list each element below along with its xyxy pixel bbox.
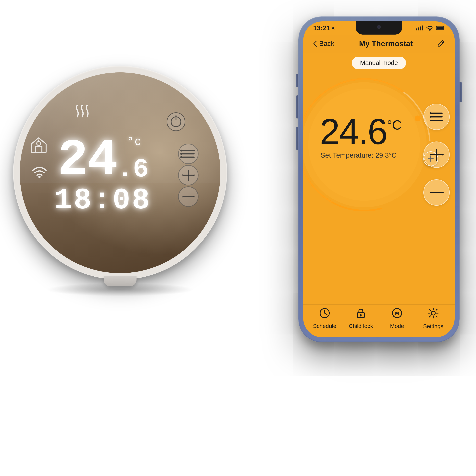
svg-point-59 [431,311,435,315]
thermostat-decrease-button[interactable] [178,186,199,208]
svg-point-49 [430,192,431,193]
phone-volume-down-button[interactable] [296,127,298,150]
thermostat-device: 24 .6 ° C 18:08 [13,66,227,280]
phone-mute-button[interactable] [296,74,298,87]
settings-tab-label: Settings [423,323,443,329]
thermostat-temp-unit-display: ° C [127,135,141,149]
edit-button[interactable] [438,40,445,48]
navigation-bar: Back My Thermostat [303,35,455,53]
mode-badge-label: Manual mode [360,59,398,66]
back-chevron-icon [313,40,317,47]
scene: 24 .6 ° C 18:08 [0,0,476,476]
tab-mode[interactable]: M Mode [379,308,415,329]
phone-screen: 13:21 [303,21,455,337]
location-icon [331,26,335,30]
temperature-value-area: 24.6 °C Set Temperature: 29.3°C [320,114,402,159]
svg-rect-28 [437,27,443,29]
tab-settings[interactable]: Settings [415,308,451,329]
status-bar-time: 13:21 [313,24,335,32]
svg-point-12 [180,156,182,158]
thermostat-base [104,276,136,286]
current-temp-value: 24.6 [320,114,387,150]
svg-point-43 [430,120,431,121]
phone-camera [377,25,381,29]
svg-point-42 [430,116,431,118]
mode-badge[interactable]: Manual mode [352,57,406,69]
set-temperature-label: Set Temperature: 29.3°C [321,151,402,159]
svg-point-41 [430,112,431,114]
side-controls [423,104,450,206]
svg-rect-29 [443,27,444,29]
svg-rect-25 [422,25,423,30]
thermostat-time-display: 18:08 [54,184,151,217]
thermostat-inner-display: 24 .6 ° C 18:08 [20,72,221,273]
increase-temp-button[interactable] [423,141,450,168]
back-label: Back [319,40,334,48]
svg-point-47 [442,154,443,156]
svg-text:M: M [395,311,399,316]
thermostat-temp-main: 24 [58,135,117,186]
svg-rect-22 [416,28,417,30]
svg-line-30 [442,41,443,43]
schedule-icon [319,308,330,321]
signal-icon [415,25,424,31]
back-button[interactable]: Back [313,40,334,48]
decrease-temp-button[interactable] [423,179,450,206]
wifi-status-icon [31,164,48,178]
svg-point-46 [430,154,431,156]
thermostat-power-button[interactable] [166,112,186,132]
schedule-tab-label: Schedule [313,323,336,329]
svg-point-16 [182,175,183,176]
svg-rect-24 [420,26,421,30]
svg-point-17 [193,175,195,176]
tab-child-lock[interactable]: Child lock [343,308,379,329]
mode-icon: M [392,308,403,321]
child-lock-tab-label: Child lock [349,323,373,329]
svg-rect-23 [418,27,419,30]
time-label: 13:21 [313,24,330,32]
phone-container: 13:21 [298,17,459,342]
tab-bar: Schedule Child lock [303,304,455,337]
thermostat-temperature-display: 24 .6 ° C 18:08 [49,125,165,207]
thermostat-temp-decimal: .6 [117,155,149,184]
phone-volume-up-button[interactable] [296,95,298,119]
edit-icon [438,40,445,47]
tab-schedule[interactable]: Schedule [306,308,343,329]
svg-point-35 [415,116,421,122]
home-thermometer-icon [30,137,48,154]
phone-notch [356,21,402,35]
wifi-status-icon [426,25,434,31]
svg-point-2 [38,176,41,178]
menu-button[interactable] [423,104,450,130]
thermostat-menu-button[interactable] [178,143,199,165]
heat-waves-icon [74,105,94,121]
child-lock-icon [356,308,366,321]
phone-frame: 13:21 [298,17,459,342]
svg-line-53 [325,313,327,315]
status-icons [415,25,445,31]
svg-point-21 [193,196,195,197]
svg-point-50 [442,192,443,193]
svg-point-20 [182,196,183,197]
mode-tab-label: Mode [390,323,404,329]
thermostat-increase-button[interactable] [178,164,199,187]
nav-title: My Thermostat [359,39,413,48]
battery-icon [436,26,445,30]
svg-point-0 [37,141,41,145]
current-temp-unit: °C [387,119,402,132]
settings-icon [428,308,439,321]
svg-point-11 [180,153,182,155]
svg-point-26 [429,30,430,31]
svg-point-10 [180,150,182,152]
phone-power-button[interactable] [459,82,462,102]
